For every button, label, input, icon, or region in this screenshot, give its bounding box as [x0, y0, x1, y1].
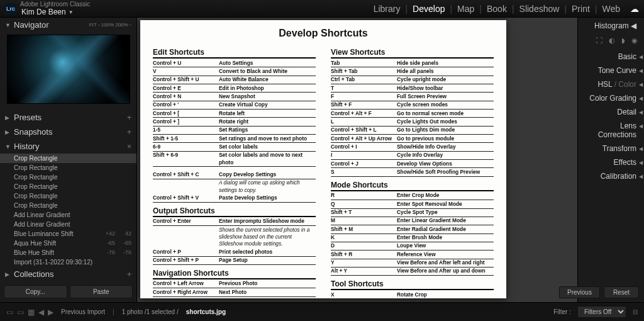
- navigator-preview[interactable]: [7, 35, 130, 104]
- panel-effects[interactable]: Effects◀: [578, 155, 644, 169]
- chevron-right-icon[interactable]: ▶: [48, 308, 53, 317]
- shortcut-row: Shift + 6-9Set color labels and move to …: [153, 152, 316, 167]
- shortcut-row: Control + UAuto Settings: [153, 59, 316, 67]
- module-map[interactable]: Map: [452, 4, 479, 14]
- mask-icon[interactable]: ◗: [621, 37, 625, 45]
- panel-detail[interactable]: Detail◀: [578, 105, 644, 119]
- module-develop[interactable]: Develop: [408, 4, 450, 14]
- loupe-view[interactable]: Develop Shortcuts Edit ShortcutsControl …: [137, 18, 577, 302]
- module-web[interactable]: Web: [597, 4, 625, 14]
- history-item[interactable]: Crop Rectangle: [0, 201, 136, 210]
- shortcut-row: Control + Shift + VPaste Develop Setting…: [153, 194, 316, 203]
- filter-lock-icon[interactable]: ⊟: [633, 308, 638, 315]
- reset-button[interactable]: Reset: [604, 286, 639, 298]
- shortcut-row: Shift + TabHide all panels: [331, 67, 494, 76]
- history-item[interactable]: Add Linear Gradient: [0, 220, 136, 229]
- panel-color-grading[interactable]: Color Grading◀: [578, 91, 644, 105]
- photo-count: 1 photo /1 selected /: [122, 308, 179, 315]
- section-heading: Edit Shortcuts: [153, 48, 316, 59]
- panel-lens-corrections[interactable]: Lens Corrections◀: [578, 119, 644, 142]
- cloud-sync-icon[interactable]: ☁: [630, 4, 639, 14]
- section-heading: Tool Shortcuts: [331, 279, 494, 290]
- section-heading: Mode Shortcuts: [331, 181, 494, 191]
- shortcut-row: Control + Shift + UAuto White Balance: [153, 76, 316, 84]
- module-print[interactable]: Print: [567, 4, 595, 14]
- navigator-header[interactable]: ▼ Navigator FIT ◦ 100% 200% ◦: [0, 18, 136, 32]
- identity-plate[interactable]: Kim De Been▼: [21, 8, 90, 16]
- shortcut-row: Control + EnterEnter Impromptu Slideshow…: [153, 218, 316, 226]
- section-heading: Output Shortcuts: [153, 206, 316, 217]
- tool-strip[interactable]: ⛶ ◐ ◗ ◉: [578, 34, 644, 50]
- doc-title: Develop Shortcuts: [153, 28, 494, 39]
- chevron-down-icon: ▼: [69, 9, 74, 15]
- history-list: Crop RectangleCrop RectangleCrop Rectang…: [0, 154, 136, 267]
- shortcut-row: Control + IShow/Hide Info Overlay: [331, 143, 494, 151]
- navigator-zoom[interactable]: FIT ◦ 100% 200% ◦: [89, 22, 131, 28]
- source-label[interactable]: Previous Import: [61, 308, 105, 315]
- shortcut-row: Control + Shift + PPage Setup: [153, 257, 316, 265]
- panel-tone-curve[interactable]: Tone Curve◀: [578, 64, 644, 77]
- history-item[interactable]: Crop Rectangle: [0, 172, 136, 182]
- snapshots-header[interactable]: ▶ Snapshots+: [0, 125, 136, 139]
- shortcut-row: Shift + MEnter Radial Gradient Mode: [331, 225, 494, 234]
- shortcut-row: DLoupe View: [331, 242, 494, 251]
- shortcut-row: A dialog will come up asking which setti…: [153, 179, 316, 194]
- presets-header[interactable]: ▶ Presets+: [0, 110, 136, 125]
- module-book[interactable]: Book: [482, 4, 512, 14]
- app-header: Lrc Adobe Lightroom Classic Kim De Been▼…: [0, 0, 644, 18]
- shortcut-row: Control + 'Create Virtual Copy: [153, 101, 316, 110]
- collections-header[interactable]: ▶ Collections+: [0, 267, 136, 281]
- shortcut-row: YView Before and After left and right: [331, 259, 494, 268]
- shortcut-row: VConvert to Black and White: [153, 67, 316, 76]
- module-slideshow[interactable]: Slideshow: [514, 4, 565, 14]
- app-logo: Lrc: [5, 3, 16, 14]
- shortcut-row: Ctrl + TabCycle upright mode: [331, 76, 494, 84]
- chevron-down-icon: ▼: [5, 144, 11, 150]
- module-library[interactable]: Library: [369, 4, 406, 14]
- panel-basic[interactable]: Basic◀: [578, 50, 644, 64]
- copy-button[interactable]: Copy...: [4, 285, 67, 298]
- filter-select[interactable]: Filters Off: [577, 306, 626, 318]
- app-title: Adobe Lightroom Classic: [20, 1, 90, 8]
- history-item[interactable]: Add Linear Gradient: [0, 210, 136, 220]
- histogram-header[interactable]: Histogram ◀: [578, 18, 644, 34]
- history-item[interactable]: Crop Rectangle: [0, 163, 136, 172]
- previous-button[interactable]: Previous: [559, 286, 600, 298]
- right-panel: Histogram ◀ ⛶ ◐ ◗ ◉ Basic◀Tone Curve◀HSL…: [577, 18, 644, 302]
- history-item[interactable]: Aqua Hue Shift-65-65: [0, 239, 136, 248]
- panel-transform[interactable]: Transform◀: [578, 142, 644, 155]
- panel-hsl-color[interactable]: HSL / Color◀: [578, 77, 644, 91]
- chevron-left-icon[interactable]: ◀: [38, 308, 44, 317]
- shortcut-row: [153, 167, 316, 171]
- shortcut-row: Shift + TCycle Spot Type: [331, 209, 494, 217]
- redeye-icon[interactable]: ◉: [631, 37, 638, 45]
- history-item[interactable]: Crop Rectangle: [0, 154, 136, 163]
- history-header[interactable]: ▼ History×: [0, 139, 136, 154]
- grid-icon[interactable]: ▦: [28, 308, 35, 317]
- shortcut-row: MEnter Linear Gradient Mode: [331, 217, 494, 225]
- history-item[interactable]: Import (31-1-2022 09:30:12): [0, 257, 136, 267]
- panel-calibration[interactable]: Calibration◀: [578, 169, 644, 183]
- shortcut-row: 6-9Set color labels: [153, 143, 316, 151]
- heal-icon[interactable]: ◐: [609, 37, 615, 45]
- shortcut-row: Control + ]Rotate right: [153, 118, 316, 126]
- filename: shortcuts.jpg: [186, 308, 226, 315]
- shortcut-row: THide/Show toolbar: [331, 84, 494, 93]
- paste-button[interactable]: Paste: [70, 285, 133, 298]
- history-item[interactable]: Blue Hue Shift-76-76: [0, 248, 136, 257]
- shortcut-row: 1-5Set Ratings: [153, 127, 316, 135]
- crop-icon[interactable]: ⛶: [596, 37, 602, 45]
- second-window-icon[interactable]: ▭: [17, 308, 24, 317]
- chevron-right-icon: ▶: [5, 129, 11, 135]
- shortcuts-document: Develop Shortcuts Edit ShortcutsControl …: [140, 20, 506, 298]
- shortcut-row: Control + Left ArrowPrevious Photo: [153, 280, 316, 288]
- history-item[interactable]: Crop Rectangle: [0, 191, 136, 201]
- shortcut-row: Control + Right ArrowNext Photo: [153, 288, 316, 296]
- history-item[interactable]: Blue Luminance Shift+4242: [0, 229, 136, 239]
- main-window-icon[interactable]: ▭: [6, 308, 13, 317]
- section-heading: Navigation Shortcuts: [153, 269, 316, 279]
- chevron-right-icon: ▶: [5, 271, 11, 278]
- chevron-down-icon: ▼: [5, 22, 11, 28]
- history-item[interactable]: Crop Rectangle: [0, 182, 136, 191]
- shortcut-row: FFull Screen Preview: [331, 93, 494, 101]
